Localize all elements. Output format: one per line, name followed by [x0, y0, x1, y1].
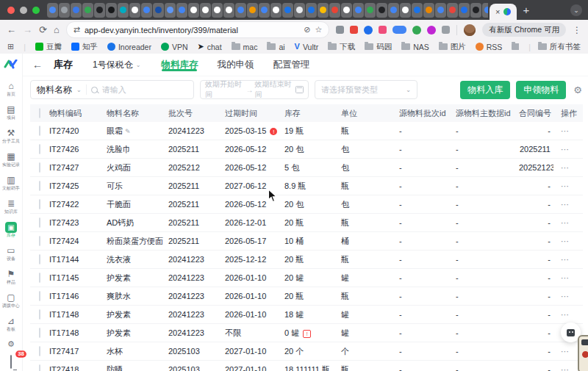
- url-text[interactable]: app-dev.yanyin.tech/inventory/399/materi…: [85, 26, 299, 35]
- tab-物料库存[interactable]: 物料库存: [161, 59, 198, 71]
- bookmark-item[interactable]: mac: [232, 43, 258, 51]
- browser-tab[interactable]: [176, 3, 187, 18]
- browser-tab[interactable]: [153, 3, 164, 18]
- table-row[interactable]: IT27426洗脸巾20252112026-05-1220 包包--202521…: [30, 140, 583, 159]
- sidebar-item-首页[interactable]: ⌂首页: [4, 81, 18, 100]
- notifications-button[interactable]: 38: [10, 356, 12, 369]
- row-checkbox[interactable]: [39, 126, 40, 136]
- browser-tab[interactable]: [341, 3, 352, 18]
- more-actions-button[interactable]: ⋯: [561, 181, 570, 190]
- bookmark-item[interactable]: RSS: [476, 43, 503, 51]
- browser-tab[interactable]: [376, 3, 387, 18]
- profile-avatar[interactable]: [464, 24, 476, 36]
- extension-icon[interactable]: [392, 26, 406, 34]
- sidebar-item-调拨中心[interactable]: ▢调拨中心: [0, 292, 26, 311]
- extension-icon[interactable]: [350, 26, 358, 34]
- browser-tab[interactable]: [129, 3, 140, 18]
- table-row[interactable]: IT27420眼霜✎202412232025-03-15!19 瓶瓶---⋯: [30, 122, 583, 140]
- browser-tab[interactable]: [282, 3, 293, 18]
- table-row[interactable]: IT27424粉面菜蛋方便面20252112026-05-1710 桶桶---⋯: [30, 232, 583, 251]
- browser-tab[interactable]: [141, 3, 152, 18]
- active-browser-tab[interactable]: ×: [490, 4, 517, 20]
- sidebar-item-实验记录[interactable]: ▦实验记录: [0, 151, 26, 170]
- table-row[interactable]: IT27417水杯20251032027-01-1020 个个---⋯: [30, 342, 583, 361]
- extension-icon[interactable]: [336, 26, 344, 34]
- more-actions-button[interactable]: ⋯: [561, 365, 570, 371]
- more-actions-button[interactable]: ⋯: [561, 292, 570, 300]
- material-search-combo[interactable]: 物料名称 ⌄ 请输入: [30, 80, 194, 99]
- extension-icon[interactable]: [379, 26, 387, 34]
- sidebar-item-文献助手[interactable]: ▥文献助手: [0, 175, 26, 194]
- browser-tab[interactable]: [400, 3, 411, 18]
- table-row[interactable]: IT27425可乐20252112027-06-128.9 瓶瓶---⋯: [30, 177, 583, 195]
- browser-tab[interactable]: [435, 3, 446, 18]
- table-row[interactable]: IT27418防晒20251032027-01-1018.111111 瓶瓶--…: [30, 361, 583, 371]
- row-checkbox[interactable]: [39, 273, 40, 283]
- more-actions-button[interactable]: ⋯: [561, 237, 570, 245]
- browser-tab[interactable]: [294, 3, 305, 18]
- browser-tab[interactable]: [388, 3, 399, 18]
- tab-search-chevron-icon[interactable]: ⌄: [570, 4, 582, 16]
- row-checkbox[interactable]: [39, 162, 40, 173]
- warning-type-select[interactable]: 请选择预警类型 ⌄: [315, 80, 417, 99]
- sidebar-item-看板[interactable]: ⊿看板: [4, 316, 18, 335]
- zoom-window-button[interactable]: [32, 7, 40, 14]
- browser-tab[interactable]: [106, 3, 117, 18]
- gear-icon[interactable]: ⚙: [573, 84, 582, 96]
- extension-icon[interactable]: [427, 26, 436, 35]
- sidebar-item-库存[interactable]: ▣库存: [4, 222, 18, 241]
- bookmark-item[interactable]: NAS: [401, 43, 429, 51]
- more-actions-button[interactable]: ⋯: [561, 347, 570, 356]
- bookmark-item[interactable]: 图片: [439, 42, 466, 52]
- table-row[interactable]: IT17144洗衣液202412232025-12-1220 瓶瓶---⋯: [30, 251, 583, 269]
- row-checkbox[interactable]: [39, 144, 40, 154]
- new-tab-button[interactable]: +: [523, 4, 529, 15]
- browser-tab[interactable]: [270, 3, 282, 18]
- edit-icon[interactable]: ✎: [125, 128, 131, 135]
- more-actions-button[interactable]: ⋯: [561, 126, 570, 135]
- browser-tab[interactable]: [235, 3, 246, 18]
- bookmark-item[interactable]: ai: [267, 43, 284, 51]
- assistant-icon[interactable]: ⚙: [7, 339, 15, 349]
- browser-tab[interactable]: [82, 3, 93, 18]
- row-checkbox[interactable]: [39, 254, 40, 264]
- table-row[interactable]: IT17148护发素202412232026-01-1018 罐罐---⋯: [30, 306, 583, 324]
- back-button[interactable]: ←: [7, 25, 16, 35]
- sidebar-item-样品[interactable]: ⚑样品: [4, 269, 18, 288]
- row-checkbox[interactable]: [39, 291, 40, 301]
- extension-icon[interactable]: [412, 26, 421, 35]
- browser-tab[interactable]: [59, 3, 70, 18]
- browser-tab[interactable]: [459, 3, 470, 18]
- site-settings-icon[interactable]: ⇄: [74, 25, 80, 35]
- chrome-menu-icon[interactable]: ⋮: [573, 25, 581, 35]
- browser-tab[interactable]: [306, 3, 317, 18]
- chrome-update-chip[interactable]: 有新版 Chrome 可用: [482, 23, 566, 37]
- more-actions-button[interactable]: ⋯: [561, 200, 570, 209]
- browser-tab[interactable]: [247, 3, 258, 18]
- tab-我的申领[interactable]: 我的申领: [217, 59, 254, 71]
- more-actions-button[interactable]: ⋯: [561, 218, 570, 227]
- bookmark-item[interactable]: devops: [512, 43, 519, 51]
- date-end-input[interactable]: 效期结束时间: [255, 79, 295, 100]
- browser-tab[interactable]: [318, 3, 329, 18]
- reload-button[interactable]: ⟳: [39, 25, 47, 35]
- row-checkbox[interactable]: [39, 199, 40, 209]
- bookmark-star-icon[interactable]: ☆: [315, 25, 322, 35]
- search-input[interactable]: 请输入: [102, 84, 126, 96]
- browser-tab[interactable]: [447, 3, 458, 18]
- sidebar-item-知识库[interactable]: ≣知识库: [0, 198, 22, 217]
- browser-tab[interactable]: [47, 3, 58, 18]
- sidebar-item-分子工具[interactable]: ⚒分子工具: [0, 128, 26, 147]
- browser-tab[interactable]: [470, 3, 481, 18]
- browser-tab[interactable]: [423, 3, 434, 18]
- browser-tab[interactable]: [188, 3, 199, 18]
- browser-tab[interactable]: [329, 3, 340, 18]
- row-checkbox[interactable]: [39, 309, 40, 320]
- home-button[interactable]: ⌂: [54, 25, 60, 35]
- row-checkbox[interactable]: [39, 346, 40, 356]
- minimize-window-button[interactable]: [20, 7, 27, 14]
- select-all-checkbox[interactable]: [39, 108, 40, 118]
- address-bar[interactable]: ⇄ app-dev.yanyin.tech/inventory/399/mate…: [66, 21, 330, 38]
- browser-tab[interactable]: [165, 3, 176, 18]
- bookmark-item[interactable]: ➤chat: [198, 43, 222, 51]
